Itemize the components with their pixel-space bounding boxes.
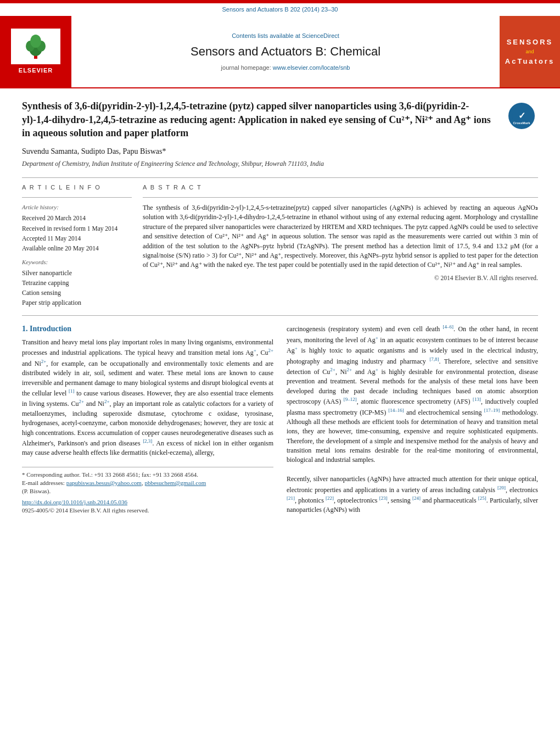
keyword-4: Paper strip application bbox=[22, 298, 132, 308]
article-info-abstract: A R T I C L E I N F O Article history: R… bbox=[22, 183, 538, 308]
body-two-col: 1. Introduction Transition and heavy met… bbox=[22, 323, 538, 515]
elsevier-logo-box: ELSEVIER bbox=[0, 16, 71, 87]
abstract-text: The synthesis of 3,6-di(pyridin-2-yl)-1,… bbox=[143, 203, 538, 270]
article-title-block: Synthesis of 3,6-di(pyridin-2-yl)-1,2,4,… bbox=[22, 99, 538, 140]
divider-1 bbox=[22, 177, 538, 178]
section1-title: 1. Introduction bbox=[22, 323, 273, 334]
svg-text:✓: ✓ bbox=[518, 111, 525, 120]
divider-abstract bbox=[143, 197, 538, 198]
footnote-area: * Corresponding author. Tel.: +91 33 266… bbox=[22, 467, 273, 515]
authors: Suvendu Samanta, Sudipto Das, Papu Biswa… bbox=[22, 146, 538, 157]
page: Sensors and Actuators B 202 (2014) 23–30… bbox=[0, 0, 560, 742]
journal-title: Sensors and Actuators B: Chemical bbox=[191, 43, 380, 60]
journal-header-center: Contents lists available at ScienceDirec… bbox=[71, 16, 500, 87]
journal-homepage: journal homepage: www.elsevier.com/locat… bbox=[221, 64, 350, 72]
article-title-text: Synthesis of 3,6-di(pyridin-2-yl)-1,2,4,… bbox=[22, 101, 491, 138]
elsevier-tree-svg bbox=[19, 33, 52, 60]
keyword-1: Silver nanoparticle bbox=[22, 269, 132, 278]
accepted-date: Accepted 11 May 2014 bbox=[22, 234, 132, 243]
copyright: © 2014 Elsevier B.V. All rights reserved… bbox=[143, 274, 538, 282]
journal-header: ELSEVIER Contents lists available at Sci… bbox=[0, 16, 560, 88]
homepage-label: journal homepage: bbox=[221, 64, 273, 71]
contents-note: Contents lists available at bbox=[232, 32, 302, 39]
svg-text:CrossMark: CrossMark bbox=[513, 121, 530, 125]
body-text-left: Transition and heavy metal ions play imp… bbox=[22, 338, 273, 458]
sciencedirect-link[interactable]: ScienceDirect bbox=[302, 32, 339, 39]
keyword-2: Tetrazine capping bbox=[22, 278, 132, 288]
elsevier-logo bbox=[11, 29, 60, 64]
footnote-email-text: E-mail addresses: bbox=[22, 479, 66, 486]
body-text-right: carcinogenesis (respiratory system) and … bbox=[287, 323, 538, 515]
footnote-name: (P. Biswas). bbox=[22, 487, 273, 495]
sciencedirect-line: Contents lists available at ScienceDirec… bbox=[232, 32, 339, 40]
svg-point-4 bbox=[30, 35, 41, 48]
crossmark-badge[interactable]: ✓ CrossMark bbox=[505, 99, 538, 132]
journal-ref-line: Sensors and Actuators B 202 (2014) 23–30 bbox=[0, 3, 560, 16]
homepage-url[interactable]: www.elsevier.com/locate/snb bbox=[273, 64, 350, 71]
actuators-text: AcTuators bbox=[505, 57, 555, 66]
keyword-3: Cation sensing bbox=[22, 288, 132, 298]
body-divider bbox=[22, 315, 538, 316]
article-history-label: Article history: bbox=[22, 203, 132, 211]
available-date: Available online 20 May 2014 bbox=[22, 244, 132, 253]
received-revised-date: Received in revised form 1 May 2014 bbox=[22, 224, 132, 233]
keywords-label: Keywords: bbox=[22, 258, 132, 266]
abstract-col: A B S T R A C T The synthesis of 3,6-di(… bbox=[143, 183, 538, 308]
elsevier-text: ELSEVIER bbox=[19, 66, 53, 75]
divider-info bbox=[22, 197, 132, 198]
sensors-text: SENSORS bbox=[507, 37, 553, 47]
body-col-left: 1. Introduction Transition and heavy met… bbox=[22, 323, 273, 515]
footnote-email-link2[interactable]: pbbesuchem@gmail.com bbox=[144, 479, 206, 486]
crossmark-icon: ✓ CrossMark bbox=[508, 103, 535, 129]
article-content: Synthesis of 3,6-di(pyridin-2-yl)-1,2,4,… bbox=[0, 88, 560, 526]
sensors-logo-inner: SENSORS and AcTuators bbox=[505, 37, 555, 66]
article-info-col: A R T I C L E I N F O Article history: R… bbox=[22, 183, 132, 308]
footnote-email-link1[interactable]: papubiswas.besus@yahoo.com bbox=[66, 479, 142, 486]
journal-ref-text: Sensors and Actuators B 202 (2014) 23–30 bbox=[222, 6, 338, 13]
footnote-email: E-mail addresses: papubiswas.besus@yahoo… bbox=[22, 479, 273, 487]
sensors-logo-box: SENSORS and AcTuators bbox=[500, 16, 560, 87]
keywords-section: Keywords: Silver nanoparticle Tetrazine … bbox=[22, 258, 132, 308]
doi-line: http://dx.doi.org/10.1016/j.snb.2014.05.… bbox=[22, 498, 273, 506]
authors-text: Suvendu Samanta, Sudipto Das, Papu Biswa… bbox=[22, 147, 166, 155]
footnote-corresponding: * Corresponding author. Tel.: +91 33 266… bbox=[22, 471, 273, 479]
issn-line: 0925-4005/© 2014 Elsevier B.V. All right… bbox=[22, 506, 273, 515]
doi-link[interactable]: http://dx.doi.org/10.1016/j.snb.2014.05.… bbox=[22, 499, 127, 505]
abstract-header: A B S T R A C T bbox=[143, 183, 538, 192]
affiliation: Department of Chemistry, Indian Institut… bbox=[22, 159, 538, 169]
article-info-header: A R T I C L E I N F O bbox=[22, 183, 132, 192]
and-text: and bbox=[525, 48, 534, 55]
received-date: Received 20 March 2014 bbox=[22, 214, 132, 222]
body-col-right: carcinogenesis (respiratory system) and … bbox=[287, 323, 538, 515]
